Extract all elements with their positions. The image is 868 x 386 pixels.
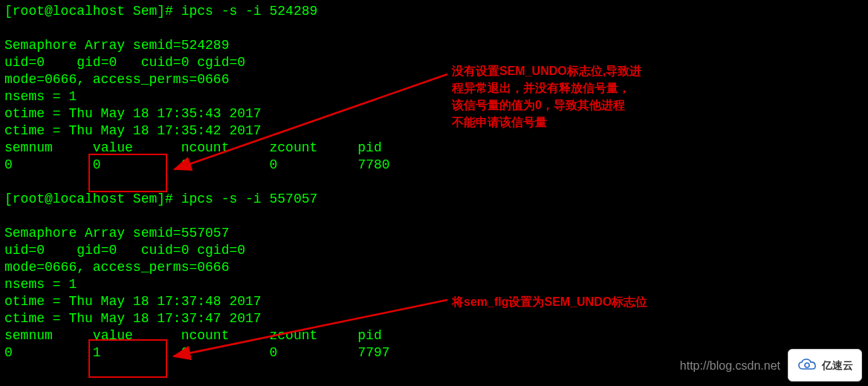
watermark-text: http://blog.csdn.net: [680, 357, 780, 374]
uid-line: uid=0 gid=0 cuid=0 cgid=0: [4, 242, 864, 259]
uid-line: uid=0 gid=0 cuid=0 cgid=0: [4, 54, 864, 71]
otime-line: otime = Thu May 18 17:37:48 2017: [4, 293, 864, 310]
table-row: 0 0 0 0 7780: [4, 157, 864, 174]
prompt-line-1[interactable]: [root@localhost Sem]# ipcs -s -i 524289: [4, 3, 864, 20]
otime-line: otime = Thu May 18 17:35:43 2017: [4, 105, 864, 122]
nsems-line: nsems = 1: [4, 88, 864, 105]
semaphore-title: Semaphore Array semid=524289: [4, 37, 864, 54]
mode-line: mode=0666, access_perms=0666: [4, 259, 864, 276]
mode-line: mode=0666, access_perms=0666: [4, 71, 864, 88]
logo-text: 亿速云: [822, 357, 853, 374]
annotation-2: 将sem_flg设置为SEM_UNDO标志位: [452, 293, 697, 310]
table-header: semnum value ncount zcount pid: [4, 140, 864, 157]
table-header: semnum value ncount zcount pid: [4, 327, 864, 344]
cloud-icon: [797, 358, 819, 373]
semaphore-title: Semaphore Array semid=557057: [4, 225, 864, 242]
command-text: ipcs -s -i 524289: [181, 4, 318, 19]
logo-badge: 亿速云: [788, 349, 862, 382]
shell-prompt: [root@localhost Sem]#: [4, 4, 173, 19]
annotation-1: 没有设置SEM_UNDO标志位,导致进 程异常退出，并没有释放信号量， 该信号量…: [452, 62, 660, 131]
prompt-line-2[interactable]: [root@localhost Sem]# ipcs -s -i 557057: [4, 191, 864, 208]
command-text: ipcs -s -i 557057: [181, 192, 318, 206]
ctime-line: ctime = Thu May 18 17:37:47 2017: [4, 310, 864, 327]
svg-point-2: [805, 363, 809, 367]
shell-prompt: [root@localhost Sem]#: [4, 192, 173, 206]
ctime-line: ctime = Thu May 18 17:35:42 2017: [4, 122, 864, 140]
nsems-line: nsems = 1: [4, 276, 864, 293]
terminal-output: [root@localhost Sem]# ipcs -s -i 524289 …: [4, 3, 864, 362]
